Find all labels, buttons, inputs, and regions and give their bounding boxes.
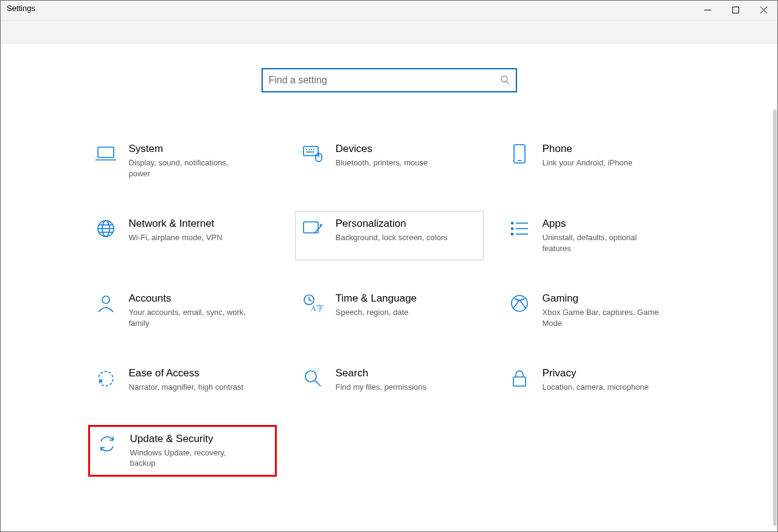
category-search[interactable]: Search Find my files, permissions [295,361,484,399]
category-accounts[interactable]: Accounts Your accounts, email, sync, wor… [88,286,277,335]
category-title: Network & Internet [129,218,223,230]
svg-rect-1 [732,7,738,13]
window-controls [693,1,777,19]
search-input[interactable] [269,75,500,86]
category-desc: Link your Android, iPhone [543,157,633,168]
laptop-icon [95,143,117,165]
person-icon [95,292,117,314]
settings-grid: System Display, sound, notifications, po… [88,136,690,477]
time-language-icon: A字 [302,292,324,314]
apps-list-icon [509,218,530,240]
svg-line-5 [507,81,509,84]
category-desc: Uninstall, defaults, optional features [543,232,664,254]
category-title: System [129,143,251,155]
category-desc: Speech, region, date [336,307,417,318]
maximize-icon [732,7,739,13]
category-title: Ease of Access [129,367,244,379]
category-title: Phone [543,143,633,155]
lock-icon [509,367,530,389]
svg-point-31 [102,296,109,303]
category-desc: Bluetooth, printers, mouse [336,157,428,168]
category-system[interactable]: System Display, sound, notifications, po… [88,136,277,185]
svg-line-34 [309,300,311,301]
svg-point-36 [512,295,527,311]
svg-line-24 [314,227,321,233]
category-apps[interactable]: Apps Uninstall, defaults, optional featu… [502,211,690,260]
category-privacy[interactable]: Privacy Location, camera, microphone [502,361,690,399]
category-desc: Narrator, magnifier, high contrast [129,382,244,393]
category-title: Search [336,367,427,379]
category-ease-of-access[interactable]: Ease of Access Narrator, magnifier, high… [88,361,277,399]
category-title: Time & Language [336,292,417,305]
phone-icon [509,143,530,165]
category-title: Apps [543,218,664,230]
search-icon [500,75,510,86]
svg-rect-27 [511,227,513,230]
window-title: Settings [1,1,41,16]
category-title: Devices [336,143,428,155]
xbox-icon [509,292,530,314]
category-desc: Find my files, permissions [336,382,427,393]
ease-of-access-icon [95,367,117,389]
category-devices[interactable]: Devices Bluetooth, printers, mouse [295,136,484,185]
category-desc: Wi-Fi, airplane mode, VPN [129,232,223,243]
maximize-button[interactable] [721,1,749,19]
search-container [1,68,777,92]
sync-arrows-icon [96,433,118,455]
titlebar: Settings [1,1,777,21]
category-title: Accounts [129,292,251,305]
category-desc: Xbox Game Bar, captures, Game Mode [543,307,664,328]
svg-rect-39 [513,377,526,386]
category-update-security[interactable]: Update & Security Windows Update, recove… [88,425,277,477]
category-gaming[interactable]: Gaming Xbox Game Bar, captures, Game Mod… [502,286,690,335]
category-desc: Your accounts, email, sync, work, family [129,307,251,328]
globe-icon [95,218,117,240]
vertical-scrollbar[interactable] [773,109,777,526]
category-title: Update & Security [130,433,252,445]
svg-line-38 [315,381,321,386]
category-title: Privacy [543,367,649,379]
close-button[interactable] [749,1,777,19]
ribbon-spacer [1,21,777,44]
svg-rect-29 [511,233,513,235]
search-box[interactable] [262,68,517,92]
category-phone[interactable]: Phone Link your Android, iPhone [502,136,690,185]
category-time-language[interactable]: A字 Time & Language Speech, region, date [295,286,484,335]
category-title: Personalization [336,218,448,230]
svg-rect-25 [511,222,513,224]
category-title: Gaming [543,292,664,305]
category-desc: Location, camera, microphone [543,382,649,393]
minimize-icon [704,7,711,13]
keyboard-icon [302,143,324,165]
svg-point-37 [305,371,316,382]
magnifier-icon [302,367,324,389]
category-desc: Windows Update, recovery, backup [130,447,252,469]
category-personalization[interactable]: Personalization Background, lock screen,… [295,211,484,260]
svg-point-4 [501,76,507,82]
minimize-button[interactable] [693,1,721,19]
personalization-icon [302,218,324,240]
svg-text:A字: A字 [311,304,323,313]
category-network[interactable]: Network & Internet Wi-Fi, airplane mode,… [88,211,277,260]
svg-rect-6 [98,147,114,157]
category-desc: Display, sound, notifications, power [129,157,251,179]
category-desc: Background, lock screen, colors [336,232,448,243]
close-icon [760,7,767,13]
